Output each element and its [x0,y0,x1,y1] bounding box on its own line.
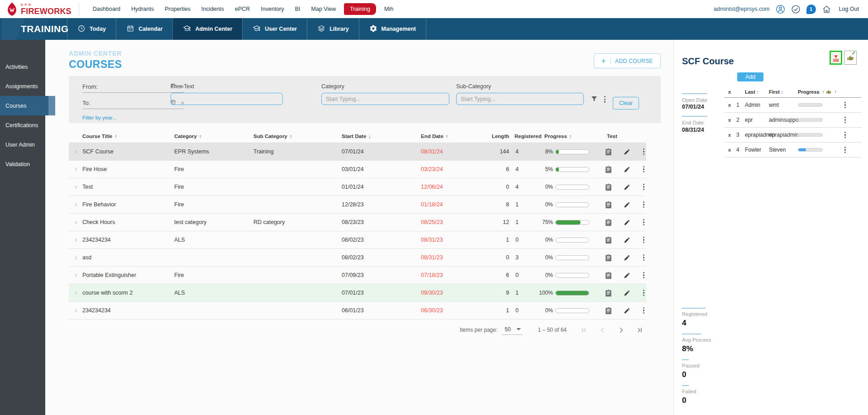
sidebar-item-courses[interactable]: Courses [0,96,55,115]
remove-registrant-icon[interactable]: x [728,102,736,108]
subnav-tab-admin-center[interactable]: Admin Center [172,18,242,40]
filter-menu-icon[interactable] [603,95,607,104]
logout-button[interactable]: Log Out [839,6,859,12]
edit-pencil-icon[interactable] [624,237,630,243]
column-header-test[interactable]: Test [604,134,646,139]
table-row[interactable]: Fire Hose Fire 03/01/24 03/23/24 6 4 5% [69,161,646,178]
filter-funnel-icon[interactable] [591,95,598,104]
remove-registrant-icon[interactable]: x [728,132,736,138]
subnav-tab-management[interactable]: Management [359,18,426,40]
edit-pencil-icon[interactable] [624,201,630,208]
category-input[interactable] [321,93,449,105]
test-clipboard-icon[interactable] [605,219,612,226]
column-header-category[interactable]: Category↑ [174,134,253,139]
registrant-row[interactable]: x 3 eprapiadmin eprapiadmin [725,128,861,143]
test-clipboard-icon[interactable] [605,166,612,173]
expand-chevron-icon[interactable] [69,167,82,172]
row-menu-icon[interactable] [642,218,646,227]
topnav-item-map-view[interactable]: Map View [306,6,342,12]
row-menu-icon[interactable] [642,182,646,192]
expand-chevron-icon[interactable] [69,185,82,190]
test-clipboard-icon[interactable] [605,272,612,279]
clear-filters-button[interactable]: Clear [613,97,639,110]
edit-pencil-icon[interactable] [624,307,630,314]
row-menu-icon[interactable] [642,165,646,174]
test-clipboard-icon[interactable] [605,148,612,156]
topnav-item-properties[interactable]: Properties [159,6,196,12]
expand-chevron-icon[interactable] [69,238,82,243]
expand-chevron-icon[interactable] [69,273,82,278]
test-clipboard-icon[interactable] [605,289,612,297]
expand-chevron-icon[interactable] [69,220,82,225]
table-row[interactable]: Portable Extinguisher Fire 07/09/23 07/1… [69,267,646,284]
registrant-menu-icon[interactable] [843,100,854,110]
next-page-icon[interactable] [617,326,625,334]
first-page-icon[interactable] [580,326,588,334]
table-row[interactable]: course with scorm 2 ALS 07/01/23 09/30/2… [69,284,646,302]
topnav-item-bi[interactable]: BI [290,6,306,12]
items-per-page-select[interactable]: 50 [502,325,522,335]
column-header-sub-category[interactable]: Sub Category↑ [253,134,342,139]
table-row[interactable]: 234234234 06/01/23 06/30/23 1 0 0% [69,302,646,320]
topnav-item-epcr[interactable]: ePCR [229,6,255,12]
row-menu-icon[interactable] [642,253,646,262]
column-header-registered[interactable]: Registered↑ [514,134,537,139]
table-row[interactable]: 234234234 ALS 08/02/23 08/31/23 1 0 0% [69,231,646,249]
subnav-tab-calendar[interactable]: Calendar [116,18,173,40]
attendance-check-icon[interactable]: ✓ [844,51,857,65]
previous-page-icon[interactable] [599,326,606,334]
expand-chevron-icon[interactable] [69,255,82,260]
notifications-bubble-icon[interactable]: 1 [806,5,816,14]
test-clipboard-icon[interactable] [605,307,612,315]
from-date-field[interactable]: From: × [82,82,184,93]
edit-pencil-icon[interactable] [624,148,630,155]
row-menu-icon[interactable] [642,235,646,245]
column-first[interactable]: First↑ [769,89,798,95]
row-menu-icon[interactable] [642,200,646,210]
expand-chevron-icon[interactable] [69,202,82,207]
row-menu-icon[interactable] [642,147,646,157]
column-header-start-date[interactable]: Start Date↓ [342,134,421,139]
registrant-row[interactable]: x 4 Fowler Steven [725,143,861,157]
topnav-item-training[interactable]: Training [344,3,376,15]
registrant-row[interactable]: x 1 Admin wmt [725,98,861,113]
account-avatar-icon[interactable] [776,5,785,14]
table-row[interactable]: Check Hours test category RD category 08… [69,214,646,231]
edit-pencil-icon[interactable] [624,272,630,279]
subnav-tab-user-center[interactable]: User Center [242,18,307,40]
home-icon[interactable] [822,5,831,14]
column-header-length[interactable]: Length [491,134,514,139]
topnav-item-incidents[interactable]: Incidents [196,6,229,12]
column-header-progress[interactable]: Progress↑ [537,134,604,139]
column-last[interactable]: Last↑ [745,89,769,95]
last-page-icon[interactable] [636,326,644,334]
epr-fireworks-logo[interactable]: EPR FIREWORKS [0,2,72,16]
row-menu-icon[interactable] [642,271,646,280]
test-clipboard-icon[interactable] [605,236,612,244]
topnav-item-inventory[interactable]: Inventory [255,6,289,12]
registrant-menu-icon[interactable] [843,130,854,140]
registrant-menu-icon[interactable] [843,145,854,155]
expand-chevron-icon[interactable] [69,149,82,154]
row-menu-icon[interactable] [642,288,646,298]
sidebar-item-user-admin[interactable]: User Admin [0,135,45,154]
edit-pencil-icon[interactable] [624,166,630,173]
edit-pencil-icon[interactable] [624,184,630,191]
column-header-course-title[interactable]: Course Title↑ [82,134,174,139]
sidebar-item-assignments[interactable]: Assignments [0,76,45,96]
test-clipboard-icon[interactable] [605,254,612,262]
sidebar-item-certifications[interactable]: Certifications [0,115,45,135]
expand-chevron-icon[interactable] [69,308,82,313]
topnav-item-dashboard[interactable]: Dashboard [87,6,126,12]
expand-chevron-icon[interactable] [69,291,82,296]
column-header-end-date[interactable]: End Date↑ [421,134,491,139]
subcategory-input[interactable] [456,93,584,105]
remove-registrant-icon[interactable]: x [728,147,736,153]
free-text-input[interactable] [171,93,283,105]
table-row[interactable]: SCF Course EPR Systems Training 07/01/24… [69,143,646,161]
edit-pencil-icon[interactable] [624,290,630,296]
export-pdf-icon[interactable]: PDF [830,51,842,65]
topnav-item-mih[interactable]: Mih [379,6,399,12]
table-row[interactable]: asd 08/02/23 08/31/23 0 3 0% [69,249,646,267]
row-menu-icon[interactable] [642,306,646,315]
